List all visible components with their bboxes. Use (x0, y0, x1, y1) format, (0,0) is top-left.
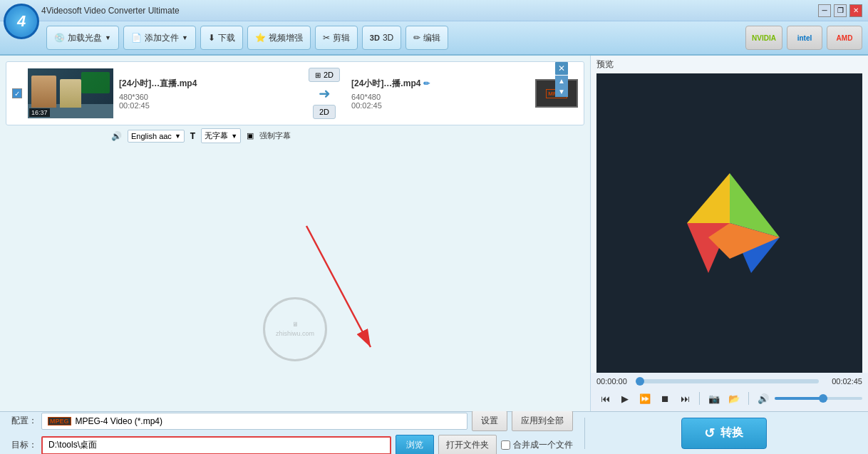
format-arrow: ⊞ 2D ➜ 2D (303, 68, 346, 119)
app-title: 4Videosoft Video Converter Ultimate (6, 6, 818, 16)
skip-start-button[interactable]: ⏮ (596, 390, 614, 407)
file-list-panel: ✓ 16:37 [24小时]…直播.mp4 480*3 (0, 56, 590, 411)
amd-label: AMD (837, 34, 853, 42)
target-path-input[interactable] (41, 436, 391, 455)
forced-subtitle-label: 强制字幕 (259, 130, 291, 141)
volume-bar[interactable] (775, 397, 862, 400)
audio-icon: 🔊 (111, 131, 122, 141)
bottom-bar: 配置： MPEG MPEG-4 Video (*.mp4) 设置 应用到全部 目… (0, 411, 868, 454)
input-resolution: 480*360 (119, 93, 297, 101)
preview-controls: 00:00:00 00:02:45 ⏮ ▶ ⏩ ⏹ ⏭ 📷 📂 (591, 373, 868, 411)
dropdown-arrow: ▼ (105, 34, 111, 41)
disc-icon: 💿 (54, 33, 65, 43)
volume-thumb (819, 394, 827, 403)
time-end: 00:02:45 (823, 377, 862, 386)
subtitle-dropdown-arrow: ▼ (231, 133, 237, 140)
intel-button[interactable]: intel (787, 26, 822, 50)
play-button[interactable]: ▶ (616, 390, 634, 407)
edit-button[interactable]: ✏ 编辑 (405, 26, 448, 50)
enhance-button[interactable]: ⭐ 视频增强 (247, 26, 311, 50)
add-file-button[interactable]: 📄 添加文件 ▼ (123, 26, 196, 50)
annotation-arrow (249, 212, 428, 368)
enhance-icon: ⭐ (255, 33, 266, 43)
hw-accel-buttons: NVIDIA intel AMD (745, 26, 862, 50)
preview-screen (596, 73, 862, 373)
mpeg-small-icon: MPEG (48, 417, 71, 425)
merge-checkbox[interactable] (501, 440, 510, 450)
audio-dropdown-arrow: ▼ (175, 133, 181, 140)
progress-bar[interactable] (640, 379, 819, 383)
file-thumbnail: 16:37 (28, 68, 113, 118)
target-row: 目标： 浏览 打开文件夹 合并成一个文件 (11, 435, 573, 454)
stop-button[interactable]: ⏹ (656, 390, 673, 407)
close-button[interactable]: ✕ (849, 4, 862, 17)
folder-button[interactable]: 📂 (725, 390, 743, 407)
minimize-button[interactable]: ─ (818, 4, 831, 17)
watermark-text: zhishiwu.com (276, 330, 314, 337)
fast-forward-button[interactable]: ⏩ (636, 390, 653, 407)
screenshot-button[interactable]: 📷 (706, 390, 723, 407)
control-divider1 (699, 392, 700, 405)
config-format-text: MPEG-4 Video (*.mp4) (76, 416, 163, 426)
time-bar: 00:00:00 00:02:45 (596, 377, 862, 386)
settings-button[interactable]: 设置 (472, 411, 507, 431)
progress-thumb (636, 377, 644, 386)
merge-checkbox-label: 合并成一个文件 (501, 439, 573, 451)
subtitle-icon: T (190, 131, 195, 141)
download-icon: ⬇ (208, 33, 215, 43)
bottom-left-section: 配置： MPEG MPEG-4 Video (*.mp4) 设置 应用到全部 目… (6, 408, 579, 454)
convert-button[interactable]: ↺ 转换 (681, 418, 767, 449)
subtitle-select[interactable]: 无字幕 ▼ (201, 128, 241, 143)
load-disc-button[interactable]: 💿 加载光盘 ▼ (46, 26, 119, 50)
audio-select[interactable]: English aac ▼ (128, 130, 185, 143)
browse-button[interactable]: 浏览 (396, 435, 434, 454)
convert-arrow-icon: ➜ (319, 85, 331, 102)
playback-controls: ⏮ ▶ ⏩ ⏹ ⏭ 📷 📂 🔊 (596, 390, 862, 407)
control-divider2 (748, 392, 749, 405)
open-folder-button[interactable]: 打开文件夹 (438, 435, 497, 454)
config-label: 配置： (11, 415, 37, 427)
app-logo: 4 (4, 4, 39, 39)
amd-button[interactable]: AMD (827, 26, 862, 50)
main-content: ✓ 16:37 [24小时]…直播.mp4 480*3 (0, 56, 868, 411)
restore-button[interactable]: ❐ (834, 4, 847, 17)
3d-icon: 3D (370, 33, 380, 42)
input-duration: 00:02:45 (119, 101, 297, 110)
close-file-button[interactable]: ✕ (555, 62, 568, 75)
window-controls: ─ ❐ ✕ (818, 4, 862, 17)
intel-label: intel (797, 34, 812, 42)
nvidia-button[interactable]: NVIDIA (745, 26, 782, 50)
output-resolution: 640*480 (351, 93, 529, 101)
input-format-badge: ⊞ 2D (309, 68, 340, 82)
watermark-icon: 🖥 (292, 321, 299, 328)
file-controls: 🔊 English aac ▼ T 无字幕 ▼ ▣ 强制字幕 (6, 128, 584, 143)
grid-icon: ⊞ (315, 71, 321, 79)
3d-button[interactable]: 3D 3D (362, 26, 401, 50)
forced-sub-icon: ▣ (247, 131, 254, 140)
input-filename: [24小时]…直播.mp4 (119, 78, 297, 90)
download-button[interactable]: ⬇ 下载 (200, 26, 243, 50)
svg-line-1 (306, 226, 371, 347)
volume-icon[interactable]: 🔊 (755, 390, 772, 407)
apply-all-button[interactable]: 应用到全部 (512, 411, 573, 431)
preview-panel: 预览 00:0 (590, 56, 868, 411)
config-row: 配置： MPEG MPEG-4 Video (*.mp4) 设置 应用到全部 (11, 411, 573, 431)
output-duration: 00:02:45 (351, 101, 529, 110)
preview-label: 预览 (591, 56, 868, 73)
output-format-badge: 2D (313, 105, 336, 119)
nav-up-button[interactable]: ▲ (555, 76, 568, 86)
title-bar: 4 4Videosoft Video Converter Ultimate ─ … (0, 0, 868, 21)
nav-down-button[interactable]: ▼ (555, 86, 568, 97)
skip-end-button[interactable]: ⏭ (676, 390, 693, 407)
clip-button[interactable]: ✂ 剪辑 (315, 26, 358, 50)
convert-section: ↺ 转换 (584, 418, 862, 449)
config-value-display: MPEG MPEG-4 Video (*.mp4) (41, 413, 467, 430)
time-start: 00:00:00 (596, 377, 636, 386)
input-file-info: [24小时]…直播.mp4 480*360 00:02:45 (119, 78, 297, 110)
edit-filename-icon[interactable]: ✏ (423, 79, 430, 88)
file-checkbox[interactable]: ✓ (12, 88, 22, 98)
file-item: ✓ 16:37 [24小时]…直播.mp4 480*3 (6, 61, 584, 125)
output-filename: [24小时]…播.mp4 ✏ (351, 78, 529, 90)
target-label: 目标： (11, 439, 37, 451)
edit-icon: ✏ (413, 33, 420, 43)
